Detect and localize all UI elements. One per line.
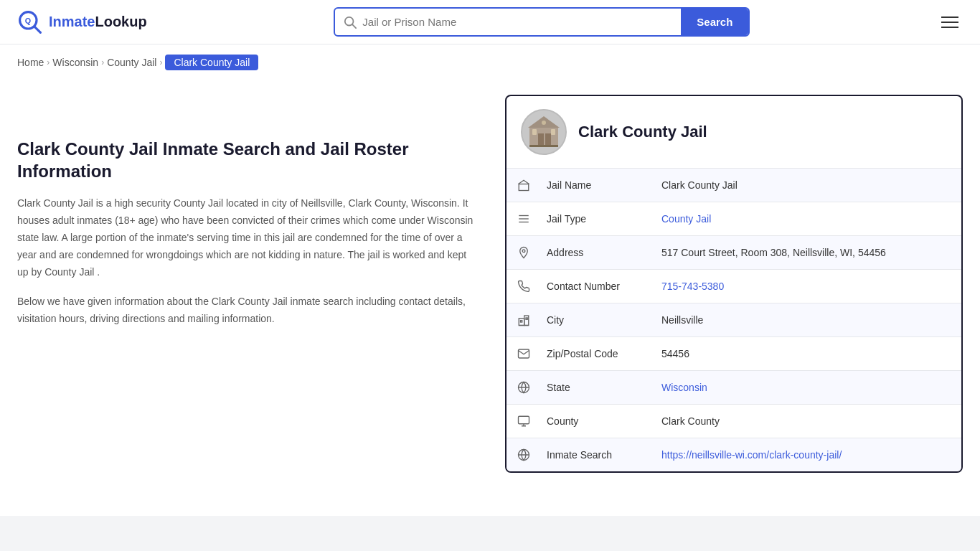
info-label: Contact Number [541,270,656,302]
info-label: State [541,372,656,403]
jail-icon [507,169,541,202]
page-title: Clark County Jail Inmate Search and Jail… [17,138,476,182]
info-value[interactable]: Wisconsin [656,372,961,403]
svg-rect-6 [538,133,544,146]
info-label: Address [541,237,656,268]
info-value: 54456 [656,338,961,369]
svg-rect-9 [532,129,537,135]
table-row: StateWisconsin [507,371,961,405]
table-row: Jail TypeCounty Jail [507,202,961,236]
web-icon [507,438,541,471]
state-icon [507,371,541,404]
table-row: CityNeillsville [507,303,961,337]
table-row: Contact Number715-743-5380 [507,270,961,303]
table-row: Zip/Postal Code54456 [507,337,961,371]
address-icon [507,236,541,269]
breadcrumb-home[interactable]: Home [17,57,44,68]
search-icon [344,16,357,29]
svg-rect-10 [551,129,555,135]
info-value[interactable]: 715-743-5380 [656,270,961,302]
table-row: Inmate Searchhttps://neillsville-wi.com/… [507,438,961,471]
svg-rect-7 [545,133,551,146]
svg-rect-13 [519,184,529,191]
logo-text: InmateLookup [49,14,147,30]
breadcrumb-current: Clark County Jail [165,55,258,70]
breadcrumb-sep-2: › [101,57,104,67]
main-content: Clark County Jail Inmate Search and Jail… [0,80,980,501]
card-title: Clark County Jail [578,123,707,141]
breadcrumb-type[interactable]: County Jail [107,57,156,68]
table-row: Jail NameClark County Jail [507,169,961,202]
svg-rect-19 [524,316,529,326]
jail-info-card: Clark County Jail Jail NameClark County … [505,95,963,473]
type-icon [507,202,541,235]
svg-line-4 [352,24,356,28]
county-icon [507,405,541,438]
info-label: Inmate Search [541,439,656,471]
info-link[interactable]: https://neillsville-wi.com/clark-county-… [661,449,842,461]
breadcrumb: Home › Wisconsin › County Jail › Clark C… [0,44,980,80]
svg-rect-11 [529,145,558,147]
info-value[interactable]: https://neillsville-wi.com/clark-county-… [656,439,961,471]
info-label: County [541,405,656,437]
logo[interactable]: Q InmateLookup [17,9,147,35]
menu-button[interactable] [937,12,963,32]
breadcrumb-state[interactable]: Wisconsin [52,57,98,68]
svg-text:Q: Q [25,16,31,24]
footer [0,516,980,551]
info-value[interactable]: County Jail [656,203,961,235]
left-column: Clark County Jail Inmate Search and Jail… [17,95,476,473]
table-row: CountyClark County [507,405,961,438]
svg-rect-21 [521,321,522,322]
page-description-1: Clark County Jail is a high security Cou… [17,195,476,281]
info-value: Clark County Jail [656,169,961,201]
search-input[interactable] [362,16,672,28]
info-value: Neillsville [656,304,961,336]
breadcrumb-sep-1: › [47,57,50,67]
svg-rect-12 [542,121,546,125]
search-bar: Search [334,7,750,37]
info-value: 517 Court Street, Room 308, Neillsville,… [656,237,961,268]
city-icon [507,303,541,336]
info-link[interactable]: County Jail [661,213,711,225]
jail-avatar [521,109,567,155]
logo-icon: Q [17,9,43,35]
card-header: Clark County Jail [507,96,961,169]
info-label: Jail Name [541,169,656,201]
svg-line-1 [34,27,40,32]
page-description-2: Below we have given information about th… [17,293,476,328]
info-rows: Jail NameClark County JailJail TypeCount… [507,169,961,471]
svg-point-17 [522,250,525,253]
info-link[interactable]: Wisconsin [661,382,707,393]
right-column: Clark County Jail Jail NameClark County … [505,95,963,473]
info-label: Jail Type [541,203,656,235]
info-label: Zip/Postal Code [541,338,656,369]
svg-rect-22 [526,318,527,319]
breadcrumb-sep-3: › [159,57,162,67]
site-header: Q InmateLookup Search [0,0,980,44]
svg-rect-25 [519,416,529,424]
info-value: Clark County [656,405,961,437]
info-label: City [541,304,656,336]
search-button[interactable]: Search [681,9,748,35]
phone-icon [507,270,541,303]
info-link[interactable]: 715-743-5380 [661,281,724,292]
table-row: Address517 Court Street, Room 308, Neill… [507,236,961,270]
zip-icon [507,337,541,370]
